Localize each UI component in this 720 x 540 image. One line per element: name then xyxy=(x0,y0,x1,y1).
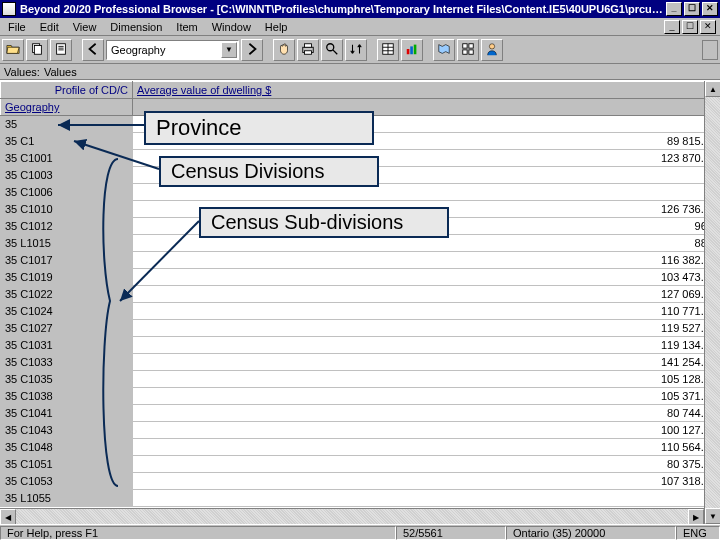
svg-rect-16 xyxy=(410,46,413,54)
map-button[interactable] xyxy=(433,39,455,61)
svg-rect-7 xyxy=(305,43,312,47)
chart-button[interactable] xyxy=(401,39,423,61)
status-count-text: 52/5561 xyxy=(403,527,443,539)
copy-button[interactable] xyxy=(26,39,48,61)
mdi-minimize-button[interactable]: _ xyxy=(664,20,680,34)
values-value: Values xyxy=(44,66,77,78)
menu-edit[interactable]: Edit xyxy=(34,20,65,34)
svg-rect-2 xyxy=(57,43,66,54)
values-bar: Values: Values xyxy=(0,64,720,80)
open-button[interactable] xyxy=(2,39,24,61)
menu-item[interactable]: Item xyxy=(170,20,203,34)
prev-dimension-button[interactable] xyxy=(82,39,104,61)
menu-help[interactable]: Help xyxy=(259,20,294,34)
svg-point-9 xyxy=(327,43,334,50)
values-label: Values: xyxy=(4,66,40,78)
svg-rect-18 xyxy=(463,43,467,47)
arrow-left-icon xyxy=(86,42,100,58)
svg-line-10 xyxy=(333,49,337,53)
status-region: Ontario (35) 20000 xyxy=(506,526,676,540)
app-icon xyxy=(2,2,16,16)
user-button[interactable] xyxy=(481,39,503,61)
svg-rect-20 xyxy=(463,49,467,53)
chevron-down-icon: ▼ xyxy=(221,42,237,58)
mdi-close-button[interactable]: ✕ xyxy=(700,20,716,34)
status-region-text: Ontario (35) 20000 xyxy=(513,527,605,539)
menu-view[interactable]: View xyxy=(67,20,103,34)
person-icon xyxy=(485,42,499,58)
hand-icon xyxy=(277,42,291,58)
svg-line-24 xyxy=(74,141,159,169)
table-button[interactable] xyxy=(377,39,399,61)
mdi-maximize-button[interactable]: ☐ xyxy=(682,20,698,34)
find-button[interactable] xyxy=(321,39,343,61)
map-icon xyxy=(437,42,451,58)
statusbar: For Help, press F1 52/5561 Ontario (35) … xyxy=(0,524,720,540)
sort-icon xyxy=(349,42,363,58)
svg-rect-21 xyxy=(469,49,473,53)
menu-window[interactable]: Window xyxy=(206,20,257,34)
status-count: 52/5561 xyxy=(396,526,506,540)
svg-rect-19 xyxy=(469,43,473,47)
next-dimension-button[interactable] xyxy=(241,39,263,61)
svg-rect-15 xyxy=(407,49,410,54)
annotation-arrows xyxy=(0,81,720,524)
minimize-button[interactable]: _ xyxy=(666,2,682,16)
svg-line-25 xyxy=(120,221,199,301)
sort-button[interactable] xyxy=(345,39,367,61)
menubar: File Edit View Dimension Item Window Hel… xyxy=(0,18,720,36)
svg-point-22 xyxy=(489,43,494,48)
paste-button[interactable] xyxy=(50,39,72,61)
toolbar: Geography ▼ xyxy=(0,36,720,64)
table-icon xyxy=(381,42,395,58)
menu-file[interactable]: File xyxy=(2,20,32,34)
status-lang-text: ENG xyxy=(683,527,707,539)
arrow-right-icon xyxy=(245,42,259,58)
hand-button[interactable] xyxy=(273,39,295,61)
printer-icon xyxy=(301,42,315,58)
search-icon xyxy=(325,42,339,58)
bar-chart-icon xyxy=(405,42,419,58)
svg-rect-8 xyxy=(305,50,312,54)
menu-dimension[interactable]: Dimension xyxy=(104,20,168,34)
active-dimension-label: Geography xyxy=(111,44,221,56)
svg-rect-17 xyxy=(414,44,417,54)
tile-button[interactable] xyxy=(457,39,479,61)
status-lang: ENG xyxy=(676,526,720,540)
toolbar-scroll[interactable] xyxy=(702,40,718,60)
svg-rect-1 xyxy=(34,45,41,54)
folder-open-icon xyxy=(6,42,20,58)
document-icon xyxy=(54,42,68,58)
status-help: For Help, press F1 xyxy=(0,526,396,540)
copy-icon xyxy=(30,42,44,58)
active-dimension-combo[interactable]: Geography ▼ xyxy=(106,40,239,60)
titlebar: Beyond 20/20 Professional Browser - [C:\… xyxy=(0,0,720,18)
window-title: Beyond 20/20 Professional Browser - [C:\… xyxy=(20,3,666,15)
windows-icon xyxy=(461,42,475,58)
grid-area: Profile of CD/C Average value of dwellin… xyxy=(0,80,720,524)
print-button[interactable] xyxy=(297,39,319,61)
close-button[interactable]: ✕ xyxy=(702,2,718,16)
status-help-text: For Help, press F1 xyxy=(7,527,98,539)
maximize-button[interactable]: ☐ xyxy=(684,2,700,16)
